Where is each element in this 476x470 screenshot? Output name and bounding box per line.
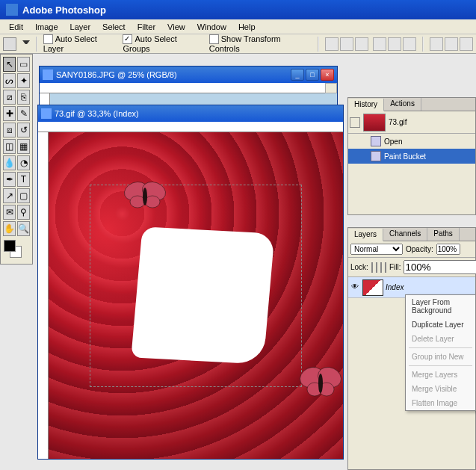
history-step-icon xyxy=(371,136,381,146)
opacity-input[interactable] xyxy=(436,244,460,255)
auto-select-layer-option[interactable]: Auto Select Layer xyxy=(43,34,119,54)
tool-brush[interactable]: ✎ xyxy=(17,106,30,121)
tool-pen[interactable]: ✒ xyxy=(3,172,16,187)
checkbox-icon xyxy=(209,34,219,44)
document-titlebar[interactable]: 73.gif @ 33,3% (Index) xyxy=(38,105,343,122)
tool-crop[interactable]: ⧄ xyxy=(3,90,16,105)
close-button[interactable]: × xyxy=(321,69,334,81)
tab-actions[interactable]: Actions xyxy=(384,98,421,111)
distribute-button[interactable] xyxy=(445,37,458,51)
lock-transparency-icon[interactable] xyxy=(371,262,373,273)
minimize-button[interactable]: _ xyxy=(291,69,304,81)
layer-options-row: Normal Opacity: xyxy=(348,241,475,258)
visibility-eye-icon[interactable]: 👁 xyxy=(350,282,360,293)
tool-slice[interactable]: ⎘ xyxy=(17,90,30,105)
maximize-button[interactable]: □ xyxy=(306,69,319,81)
document-canvas[interactable] xyxy=(49,132,343,459)
menu-item-merge-layers: Merge Layers xyxy=(406,368,475,382)
tool-move[interactable]: ↖ xyxy=(3,57,16,72)
tool-hand[interactable]: ✋ xyxy=(3,221,16,236)
history-step-label: Open xyxy=(384,137,402,146)
menu-view[interactable]: View xyxy=(161,21,191,33)
tool-lasso[interactable]: ᔕ xyxy=(3,73,16,88)
menu-window[interactable]: Window xyxy=(191,21,232,33)
align-group-2 xyxy=(373,37,416,51)
layer-thumbnail[interactable] xyxy=(362,279,383,296)
lock-pixels-icon[interactable] xyxy=(376,262,377,273)
opacity-label: Opacity: xyxy=(406,245,433,253)
align-right-button[interactable] xyxy=(403,37,416,51)
layer-name[interactable]: Index xyxy=(386,283,404,291)
document-window-2[interactable]: 73.gif @ 33,3% (Index) xyxy=(37,105,344,460)
history-step-label: Paint Bucket xyxy=(384,152,426,161)
tool-zoom[interactable]: 🔍 xyxy=(17,221,30,236)
align-left-button[interactable] xyxy=(373,37,386,51)
menu-layer[interactable]: Layer xyxy=(64,21,97,33)
tool-path[interactable]: ↗ xyxy=(3,188,16,203)
tool-dodge[interactable]: ◔ xyxy=(17,155,30,170)
tool-stamp[interactable]: ⧇ xyxy=(3,123,16,137)
tool-type[interactable]: T xyxy=(17,172,30,187)
lock-all-icon[interactable] xyxy=(385,262,386,273)
fill-input[interactable] xyxy=(404,260,476,274)
separator xyxy=(422,37,424,52)
align-group-1 xyxy=(325,37,368,51)
align-hcenter-button[interactable] xyxy=(388,37,401,51)
tool-shape[interactable]: ▢ xyxy=(17,188,30,203)
history-step-icon xyxy=(371,151,381,161)
foreground-swatch[interactable] xyxy=(4,240,16,252)
history-step[interactable]: Open xyxy=(348,134,475,149)
tab-channels[interactable]: Channels xyxy=(383,228,427,241)
context-menu: Layer From BackgroundDuplicate LayerDele… xyxy=(405,294,476,411)
app-title: Adobe Photoshop xyxy=(22,4,106,16)
checkbox-icon xyxy=(43,34,53,44)
auto-select-groups-option[interactable]: Auto Select Groups xyxy=(123,34,204,54)
tab-history[interactable]: History xyxy=(348,99,384,111)
show-transform-option[interactable]: Show Transform Controls xyxy=(209,34,312,54)
separator xyxy=(36,37,37,52)
tool-heal[interactable]: ✚ xyxy=(3,106,16,121)
tool-notes[interactable]: ✉ xyxy=(3,205,16,220)
butterfly-graphic xyxy=(298,362,343,400)
history-thumbnail xyxy=(363,114,386,132)
distribute-button[interactable] xyxy=(460,37,473,51)
menu-edit[interactable]: Edit xyxy=(3,21,29,33)
document-icon xyxy=(43,69,53,80)
svg-point-2 xyxy=(130,196,145,208)
tool-eraser[interactable]: ◫ xyxy=(3,139,16,154)
app-icon xyxy=(6,4,18,16)
tool-marquee[interactable]: ▭ xyxy=(17,57,30,72)
tab-paths[interactable]: Paths xyxy=(427,228,460,241)
ruler-horizontal xyxy=(38,122,343,132)
menu-item-group-into-new: Group into New xyxy=(406,350,475,364)
color-swatches[interactable] xyxy=(2,240,31,262)
lock-position-icon[interactable] xyxy=(380,262,382,273)
tool-eyedrop[interactable]: ⚲ xyxy=(17,205,30,220)
document-icon xyxy=(41,108,52,119)
document-titlebar[interactable]: SANY0186.JPG @ 25% (RGB/8) _ □ × xyxy=(40,67,337,83)
history-step[interactable]: Paint Bucket xyxy=(348,149,475,164)
tool-preset-dropdown[interactable] xyxy=(22,40,30,48)
tool-blur[interactable]: 💧 xyxy=(3,155,16,170)
tool-history-brush[interactable]: ↺ xyxy=(17,123,30,137)
options-bar: Auto Select Layer Auto Select Groups Sho… xyxy=(0,34,476,54)
menu-filter[interactable]: Filter xyxy=(132,21,161,33)
toolbox: ↖▭ᔕ✦⧄⎘✚✎⧇↺◫▦💧◔✒T↗▢✉⚲✋🔍 xyxy=(0,54,33,265)
lock-label: Lock: xyxy=(350,263,368,271)
app-titlebar: Adobe Photoshop xyxy=(0,0,476,19)
tool-gradient[interactable]: ▦ xyxy=(17,139,30,154)
menu-help[interactable]: Help xyxy=(232,21,262,33)
tool-wand[interactable]: ✦ xyxy=(17,73,30,88)
distribute-button[interactable] xyxy=(430,37,443,51)
align-vcenter-button[interactable] xyxy=(340,37,353,51)
history-source[interactable]: 73.gif xyxy=(348,111,475,134)
menu-image[interactable]: Image xyxy=(29,21,64,33)
menu-item-layer-from-background[interactable]: Layer From Background xyxy=(406,295,475,318)
menu-select[interactable]: Select xyxy=(96,21,132,33)
menu-item-duplicate-layer[interactable]: Duplicate Layer xyxy=(406,318,475,332)
separator xyxy=(318,37,319,52)
blend-mode-select[interactable]: Normal xyxy=(350,244,403,255)
align-bottom-button[interactable] xyxy=(355,37,368,51)
align-top-button[interactable] xyxy=(325,37,339,51)
tab-layers[interactable]: Layers xyxy=(348,229,383,241)
